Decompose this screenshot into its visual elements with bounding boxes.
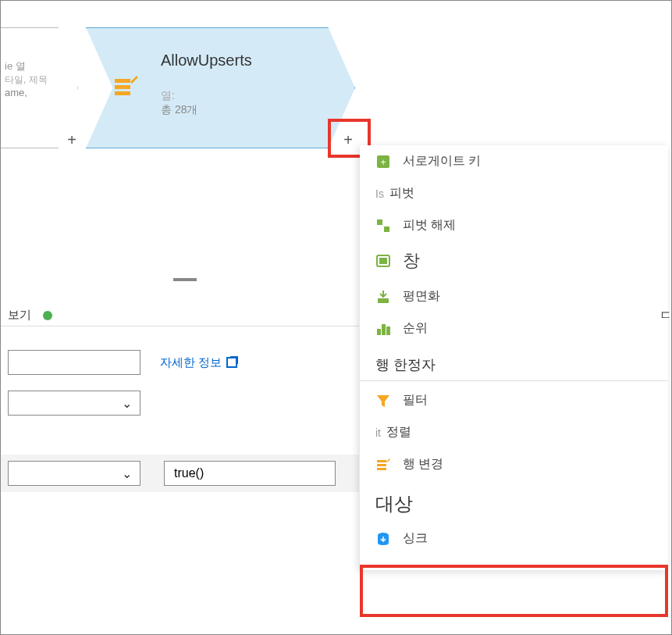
rank-icon — [375, 321, 391, 337]
menu-item-window[interactable]: 창 — [360, 241, 668, 280]
svg-rect-15 — [377, 468, 386, 470]
svg-rect-13 — [377, 460, 386, 462]
menu-label: 창 — [403, 249, 420, 273]
menu-item-rank[interactable]: 순위 — [360, 312, 668, 344]
condition-row: ⌄ true() — [0, 455, 359, 492]
menu-item-sink[interactable]: 싱크 — [360, 523, 668, 555]
svg-rect-2 — [115, 91, 130, 95]
menu-prefix: Is — [375, 187, 384, 200]
node-columns-count: 총 28개 — [161, 103, 331, 117]
svg-rect-9 — [378, 298, 389, 303]
node-text: 타일, 제목 — [5, 73, 73, 87]
node-title: AllowUpserts — [161, 52, 331, 70]
menu-item-flatten[interactable]: 평면화 — [360, 280, 668, 312]
svg-rect-11 — [382, 324, 386, 335]
surrogate-key-icon: + — [375, 154, 391, 169]
menu-item-pivot[interactable]: Is 피벗 — [360, 177, 668, 209]
menu-item-sort[interactable]: it 정렬 — [360, 416, 668, 448]
expression-text: true() — [174, 466, 204, 480]
svg-rect-1 — [115, 85, 130, 89]
menu-label: 서로게이트 키 — [403, 153, 481, 169]
node-text: ie 열 — [5, 59, 73, 73]
menu-label: 행 변경 — [403, 456, 443, 473]
add-transformation-button[interactable]: + — [341, 133, 355, 147]
menu-section-destination: 대상 — [360, 480, 668, 523]
svg-text:+: + — [380, 157, 386, 168]
menu-section-row-modifier: 행 한정자 — [360, 344, 668, 381]
flatten-icon — [375, 289, 391, 305]
menu-label: 정렬 — [386, 424, 411, 441]
menu-label: 평면화 — [403, 288, 440, 305]
unpivot-icon — [375, 218, 391, 234]
status-indicator-icon — [43, 311, 52, 320]
svg-rect-8 — [379, 258, 387, 264]
svg-rect-5 — [377, 219, 382, 225]
menu-item-unpivot[interactable]: 피벗 해제 — [360, 209, 668, 241]
alter-row-icon — [113, 74, 138, 99]
menu-prefix: it — [375, 426, 381, 439]
expression-input[interactable]: true() — [164, 461, 336, 486]
external-link-icon — [226, 357, 237, 368]
menu-item-alter-row[interactable]: 행 변경 — [360, 448, 668, 480]
sink-icon — [375, 531, 391, 547]
node-columns-label: 열: — [161, 89, 331, 103]
add-transformation-button[interactable]: + — [65, 133, 79, 147]
svg-rect-12 — [386, 326, 390, 335]
svg-rect-6 — [384, 227, 389, 232]
svg-rect-10 — [377, 329, 381, 335]
menu-label: 싱크 — [403, 530, 428, 547]
menu-label: 피벗 해제 — [403, 217, 456, 234]
name-input[interactable] — [8, 350, 140, 375]
partial-text: ㄷ — [660, 308, 672, 324]
chevron-down-icon: ⌄ — [122, 396, 132, 411]
alter-row-icon — [375, 457, 391, 473]
add-transformation-menu: + 서로게이트 키 Is 피벗 피벗 해제 창 평면화 순위 행 한정자 — [360, 145, 668, 570]
svg-rect-0 — [115, 79, 130, 83]
stream-dropdown[interactable]: ⌄ — [8, 391, 140, 416]
menu-item-filter[interactable]: 필터 — [360, 384, 668, 416]
settings-panel: 보기 자세한 정보 — [0, 305, 359, 375]
menu-item-surrogate-key[interactable]: + 서로게이트 키 — [360, 145, 668, 177]
svg-rect-14 — [377, 464, 386, 466]
chevron-down-icon: ⌄ — [122, 466, 132, 481]
menu-label: 순위 — [403, 320, 428, 337]
flow-node-partial[interactable]: ie 열 타일, 제목 ame, — [0, 27, 78, 148]
more-info-link[interactable]: 자세한 정보 — [160, 355, 237, 370]
menu-label: 피벗 — [389, 185, 414, 202]
filter-icon — [375, 393, 391, 408]
highlight-box — [360, 565, 668, 617]
link-text: 자세한 정보 — [160, 355, 222, 370]
window-icon — [375, 253, 391, 269]
view-label: 보기 — [8, 308, 31, 323]
menu-label: 필터 — [403, 392, 428, 408]
condition-type-dropdown[interactable]: ⌄ — [8, 461, 140, 486]
view-row: 보기 — [0, 305, 359, 326]
node-text: ame, — [5, 87, 73, 98]
panel-resize-handle[interactable] — [173, 278, 197, 281]
